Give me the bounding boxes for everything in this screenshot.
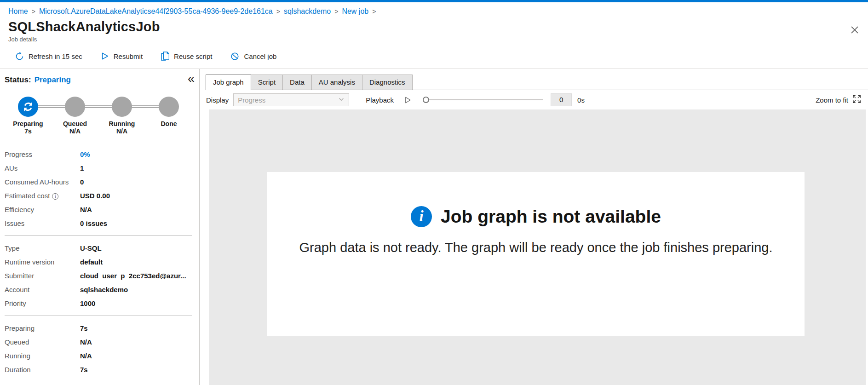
zoom-to-fit-icon: [852, 95, 861, 105]
detail-label: Progress: [5, 148, 80, 161]
detail-row-submitter: Submittercloud_user_p_2cc753ed@azur...: [5, 269, 192, 283]
display-select[interactable]: Progress: [233, 93, 349, 106]
playback-time-input[interactable]: 0: [551, 93, 572, 106]
detail-label: Account: [5, 283, 80, 297]
details-section-3: Preparing7sQueuedN/ARunningN/ADuration7s: [5, 316, 192, 377]
job-graph-area: i Job graph is not available Graph data …: [209, 109, 866, 385]
tab-au-analysis[interactable]: AU analysis: [311, 75, 362, 90]
collapse-panel-icon[interactable]: «: [188, 73, 195, 85]
graph-message-title: Job graph is not available: [441, 207, 661, 227]
toolbar-cancel-job-button[interactable]: Cancel job: [230, 52, 276, 61]
status-line: Status:Preparing: [5, 75, 199, 85]
breadcrumb-separator: >: [276, 8, 280, 15]
detail-row-type: TypeU-SQL: [5, 241, 192, 255]
detail-row-duration: Duration7s: [5, 363, 192, 377]
detail-label: Duration: [5, 363, 80, 377]
graph-message-header: i Job graph is not available: [267, 206, 805, 227]
resubmit-icon: [101, 52, 109, 60]
tab-job-graph[interactable]: Job graph: [206, 75, 251, 90]
playback-duration: 0s: [577, 96, 585, 104]
detail-row-issues: Issues0 issues: [5, 217, 192, 230]
job-step-preparing: Preparing7s: [5, 97, 52, 135]
display-label: Display: [206, 96, 229, 104]
toolbar-label: Refresh in 15 sec: [29, 52, 82, 60]
detail-value: sqlshackdemo: [80, 286, 128, 293]
cancel-job-icon: [230, 52, 239, 61]
detail-label: Estimated costi: [5, 189, 80, 203]
status-value: Preparing: [34, 75, 71, 84]
detail-value: cloud_user_p_2cc753ed@azur...: [80, 272, 186, 280]
detail-value: 7s: [80, 366, 88, 374]
detail-value: N/A: [80, 206, 92, 213]
play-icon[interactable]: [404, 96, 412, 104]
step-time: 7s: [5, 127, 52, 135]
chevron-down-icon: [338, 96, 345, 104]
page-subtitle: Job details: [8, 36, 868, 43]
step-circle: [112, 97, 132, 117]
step-name: Queued: [52, 120, 98, 127]
toolbar-reuse-script-button[interactable]: Reuse script: [161, 52, 212, 61]
step-name: Running: [98, 120, 145, 127]
detail-label: Queued: [5, 335, 80, 349]
detail-label: Issues: [5, 217, 80, 230]
step-time: N/A: [52, 127, 98, 135]
refresh-icon: [15, 52, 24, 61]
info-icon: i: [411, 206, 432, 227]
toolbar-label: Cancel job: [244, 52, 276, 60]
job-graph-panel: Job graphScriptDataAU analysisDiagnostic…: [200, 69, 868, 385]
detail-row-preparing: Preparing7s: [5, 322, 192, 335]
job-details-list: Progress0%AUs1Consumed AU-hours0Estimate…: [5, 148, 199, 377]
tab-bar: Job graphScriptDataAU analysisDiagnostic…: [206, 75, 868, 90]
breadcrumb-link-home[interactable]: Home: [8, 7, 28, 15]
detail-row-aus: AUs1: [5, 161, 192, 175]
job-step-done: Done: [145, 97, 192, 127]
breadcrumb-link-new-job[interactable]: New job: [342, 7, 368, 15]
zoom-to-fit-button[interactable]: Zoom to fit: [816, 95, 861, 105]
detail-row-progress: Progress0%: [5, 148, 192, 161]
toolbar-resubmit-button[interactable]: Resubmit: [101, 52, 143, 60]
info-icon[interactable]: i: [52, 193, 58, 200]
page-title: SQLShackAnalyticsJob: [8, 19, 868, 34]
tab-diagnostics[interactable]: Diagnostics: [362, 75, 413, 90]
content: « Status:Preparing Preparing7sQueuedN/AR…: [0, 69, 868, 385]
playback-slider[interactable]: [423, 93, 543, 106]
step-circle: [65, 97, 85, 117]
details-section-1: Progress0%AUs1Consumed AU-hours0Estimate…: [5, 148, 192, 230]
detail-value: 1000: [80, 299, 95, 307]
detail-row-estimated-cost: Estimated costiUSD 0.00: [5, 189, 192, 203]
slider-knob[interactable]: [423, 97, 429, 103]
breadcrumb-link-microsoft-azuredatalakeanalyticse44f2903-55ca-4936-9ee9-2de161ca[interactable]: Microsoft.AzureDataLakeAnalyticse44f2903…: [39, 7, 273, 15]
breadcrumb-link-sqlshackdemo[interactable]: sqlshackdemo: [284, 7, 331, 15]
detail-row-queued: QueuedN/A: [5, 335, 192, 349]
tab-script[interactable]: Script: [251, 75, 283, 90]
detail-row-consumed-au-hours: Consumed AU-hours0: [5, 175, 192, 189]
detail-label: Priority: [5, 297, 80, 310]
slider-track: [423, 99, 543, 100]
detail-label: Type: [5, 241, 80, 255]
detail-label: Runtime version: [5, 255, 80, 269]
detail-value: U-SQL: [80, 244, 102, 252]
step-name: Preparing: [5, 120, 52, 127]
playback-label: Playback: [366, 96, 394, 104]
close-icon[interactable]: [850, 25, 860, 35]
detail-row-efficiency: EfficiencyN/A: [5, 203, 192, 217]
detail-label: Submitter: [5, 269, 80, 283]
detail-value: default: [80, 258, 103, 266]
display-select-value: Progress: [238, 96, 265, 104]
detail-value: 0: [80, 178, 84, 186]
breadcrumb: Home>Microsoft.AzureDataLakeAnalyticse44…: [0, 2, 868, 16]
detail-label: Running: [5, 349, 80, 363]
toolbar: Refresh in 15 secResubmitReuse scriptCan…: [0, 43, 868, 69]
tab-data[interactable]: Data: [282, 75, 312, 90]
reuse-script-icon: [161, 52, 169, 61]
detail-label: Efficiency: [5, 203, 80, 217]
step-name: Done: [145, 120, 192, 127]
detail-label: AUs: [5, 161, 80, 175]
detail-value: 7s: [80, 324, 88, 332]
graph-message-body: Graph data is not ready. The graph will …: [267, 240, 805, 255]
detail-label: Consumed AU-hours: [5, 175, 80, 189]
job-step-queued: QueuedN/A: [52, 97, 98, 135]
job-summary-panel: « Status:Preparing Preparing7sQueuedN/AR…: [0, 69, 200, 385]
toolbar-refresh-in-15-sec-button[interactable]: Refresh in 15 sec: [15, 52, 82, 61]
details-section-2: TypeU-SQLRuntime versiondefaultSubmitter…: [5, 236, 192, 310]
